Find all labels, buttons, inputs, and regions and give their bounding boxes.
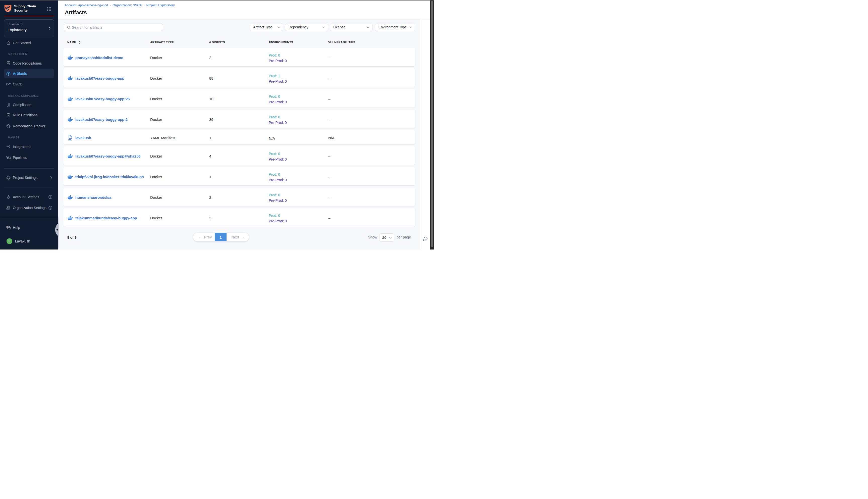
svg-text:?: ? xyxy=(8,226,9,228)
